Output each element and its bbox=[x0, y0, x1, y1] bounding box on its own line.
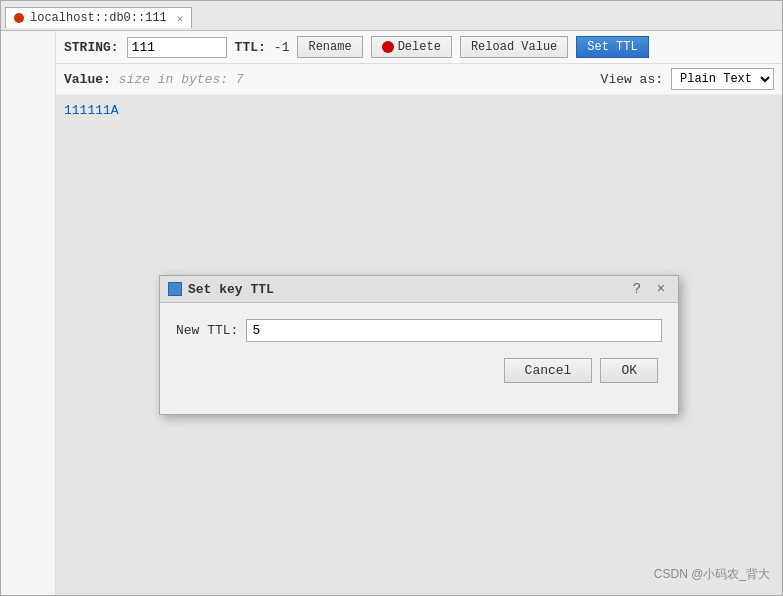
cancel-button[interactable]: Cancel bbox=[504, 358, 593, 383]
value-hint: size in bytes: 7 bbox=[119, 72, 244, 87]
value-label: Value: bbox=[64, 72, 111, 87]
rename-button[interactable]: Rename bbox=[297, 36, 362, 58]
set-ttl-button[interactable]: Set TTL bbox=[576, 36, 648, 58]
new-ttl-input[interactable] bbox=[246, 319, 662, 342]
new-ttl-label: New TTL: bbox=[176, 323, 238, 338]
ttl-value: -1 bbox=[274, 40, 290, 55]
tab-bar: localhost::db0::111 ✕ bbox=[1, 1, 782, 31]
modal-buttons: Cancel OK bbox=[176, 358, 662, 383]
string-input[interactable] bbox=[127, 37, 227, 58]
modal-body: New TTL: Cancel OK bbox=[160, 303, 678, 395]
layout: STRING: TTL: -1 Rename Delete Reload Val… bbox=[1, 31, 782, 595]
modal-icon bbox=[168, 282, 182, 296]
ok-button[interactable]: OK bbox=[600, 358, 658, 383]
main-window: localhost::db0::111 ✕ STRING: TTL: -1 Re… bbox=[0, 0, 783, 596]
tab-localhost[interactable]: localhost::db0::111 ✕ bbox=[5, 7, 192, 28]
tab-label: localhost::db0::111 bbox=[30, 11, 167, 25]
ttl-label: TTL: bbox=[235, 40, 266, 55]
modal-close-button[interactable]: × bbox=[652, 281, 670, 297]
modal-overlay: Set key TTL ? × New TTL: Cancel bbox=[56, 95, 782, 595]
view-as-select[interactable]: Plain Text bbox=[671, 68, 774, 90]
content-area: 111111A CSDN @小码农_背大 Set key TTL ? × bbox=[56, 95, 782, 595]
db-icon bbox=[14, 13, 24, 23]
set-ttl-dialog: Set key TTL ? × New TTL: Cancel bbox=[159, 275, 679, 415]
delete-label: Delete bbox=[398, 40, 441, 54]
modal-titlebar: Set key TTL ? × bbox=[160, 276, 678, 303]
string-label: STRING: bbox=[64, 40, 119, 55]
view-as-label: View as: bbox=[601, 72, 663, 87]
modal-field-row: New TTL: bbox=[176, 319, 662, 342]
delete-button[interactable]: Delete bbox=[371, 36, 452, 58]
value-row: Value: size in bytes: 7 View as: Plain T… bbox=[56, 64, 782, 95]
reload-button[interactable]: Reload Value bbox=[460, 36, 568, 58]
modal-help-button[interactable]: ? bbox=[628, 281, 646, 297]
delete-icon bbox=[382, 41, 394, 53]
main-content: STRING: TTL: -1 Rename Delete Reload Val… bbox=[56, 31, 782, 595]
tab-close-icon[interactable]: ✕ bbox=[177, 12, 184, 25]
toolbar: STRING: TTL: -1 Rename Delete Reload Val… bbox=[56, 31, 782, 64]
modal-title: Set key TTL bbox=[188, 282, 622, 297]
sidebar bbox=[1, 31, 56, 595]
